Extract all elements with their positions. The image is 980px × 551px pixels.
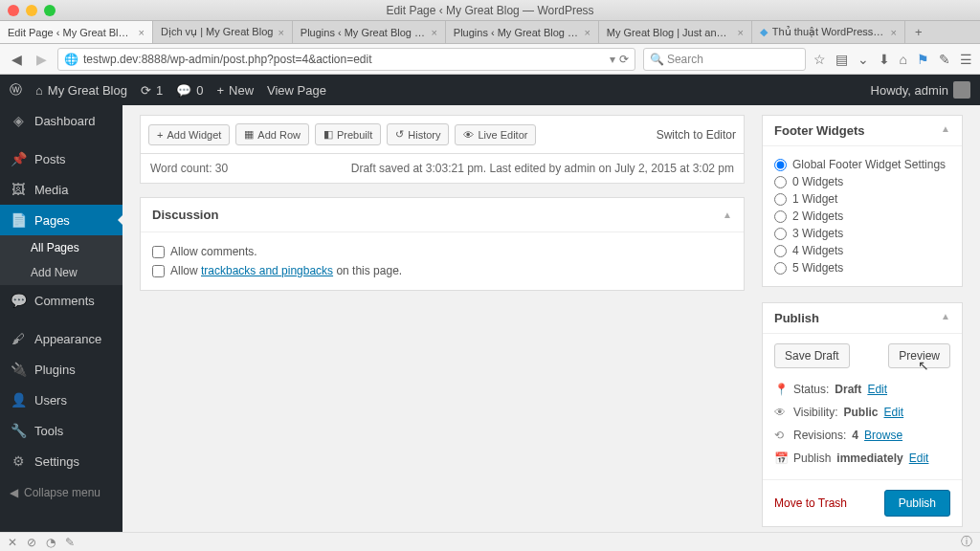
- sidebar-item-tools[interactable]: 🔧Tools: [0, 415, 122, 446]
- preview-button[interactable]: Preview↖: [888, 343, 950, 368]
- fw-radio-0[interactable]: [774, 176, 787, 188]
- wp-logo[interactable]: ⓦ: [10, 81, 22, 99]
- close-tab-icon[interactable]: ×: [890, 27, 896, 38]
- download-icon[interactable]: ⬇: [879, 52, 890, 67]
- sidebar-item-comments[interactable]: 💬Comments: [0, 285, 122, 316]
- collapse-icon: ◀: [10, 486, 18, 499]
- new-tab-button[interactable]: +: [905, 21, 932, 43]
- history-button[interactable]: ↺History: [387, 123, 449, 145]
- allow-trackbacks-checkbox[interactable]: [152, 265, 165, 277]
- gear-icon: ⚙: [10, 453, 27, 469]
- fw-radio-2[interactable]: [774, 210, 787, 223]
- chevron-up-icon[interactable]: ▲: [941, 311, 950, 325]
- search-input[interactable]: 🔍 Search: [643, 48, 806, 71]
- switch-editor-link[interactable]: Switch to Editor: [657, 128, 736, 142]
- status-icon[interactable]: ✎: [65, 536, 75, 549]
- browser-tab[interactable]: Dịch vụ | My Great Blog×: [153, 21, 293, 43]
- edit-schedule-link[interactable]: Edit: [909, 452, 929, 465]
- status-icon[interactable]: ⊘: [27, 536, 36, 549]
- browse-revisions-link[interactable]: Browse: [864, 429, 902, 442]
- comment-icon: 💬: [10, 293, 27, 308]
- updates-link[interactable]: ⟳1: [141, 83, 163, 98]
- discussion-head[interactable]: Discussion ▲: [141, 198, 744, 232]
- fw-radio-4[interactable]: [774, 245, 787, 257]
- fw-radio-global[interactable]: [774, 159, 787, 171]
- history-icon: ↺: [395, 128, 404, 141]
- save-draft-button[interactable]: Save Draft: [774, 343, 850, 368]
- word-count: Word count: 30: [150, 162, 228, 175]
- site-name[interactable]: ⌂My Great Blog: [35, 83, 127, 98]
- sidebar-item-media[interactable]: 🖼Media: [0, 174, 122, 205]
- sidebar-item-posts[interactable]: 📌Posts: [0, 143, 122, 174]
- add-widget-button[interactable]: +Add Widget: [148, 124, 230, 145]
- status-icon[interactable]: ✕: [8, 536, 17, 549]
- edit-status-link[interactable]: Edit: [867, 383, 887, 396]
- chevron-up-icon[interactable]: ▲: [723, 209, 732, 220]
- collapse-menu[interactable]: ◀Collapse menu: [0, 476, 122, 509]
- close-tab-icon[interactable]: ×: [584, 27, 590, 38]
- edit-icon[interactable]: ✎: [939, 52, 950, 67]
- browser-status-bar: ✕ ⊘ ◔ ✎ ⓘ: [0, 532, 980, 551]
- plugin-icon: 🔌: [10, 362, 27, 377]
- editor-status-row: Word count: 30 Draft saved at 3:03:21 pm…: [140, 154, 745, 184]
- allow-comments-checkbox[interactable]: [152, 246, 165, 258]
- sidebar-item-settings[interactable]: ⚙Settings: [0, 446, 122, 476]
- dropdown-icon[interactable]: ▾: [610, 53, 615, 66]
- edit-visibility-link[interactable]: Edit: [883, 406, 903, 419]
- prebuilt-button[interactable]: ◧Prebuilt: [315, 123, 381, 145]
- browser-tab[interactable]: My Great Blog | Just another …×: [599, 21, 752, 43]
- chevron-up-icon[interactable]: ▲: [941, 123, 950, 138]
- favicon-icon: ◆: [760, 26, 768, 38]
- info-icon[interactable]: ⓘ: [961, 534, 972, 550]
- sidebar-sub-add-new[interactable]: Add New: [0, 260, 122, 285]
- sidebar-sub-all-pages[interactable]: All Pages: [0, 235, 122, 260]
- close-tab-icon[interactable]: ×: [278, 27, 283, 38]
- trackbacks-link[interactable]: trackbacks and pingbacks: [201, 264, 333, 277]
- howdy-user[interactable]: Howdy, admin: [871, 81, 970, 99]
- status-icon[interactable]: ◔: [46, 536, 56, 549]
- star-icon[interactable]: ☆: [813, 52, 826, 67]
- fw-radio-5[interactable]: [774, 262, 787, 275]
- close-tab-icon[interactable]: ×: [431, 27, 436, 38]
- live-editor-button[interactable]: 👁Live Editor: [455, 124, 536, 145]
- fw-radio-3[interactable]: [774, 228, 787, 240]
- move-to-trash-link[interactable]: Move to Trash: [774, 496, 847, 510]
- close-tab-icon[interactable]: ×: [737, 27, 743, 38]
- footer-widgets-metabox: Footer Widgets▲ Global Footer Widget Set…: [762, 115, 963, 287]
- publish-head[interactable]: Publish▲: [763, 303, 962, 334]
- url-text: testwp.dev:8888/wp-admin/post.php?post=4…: [83, 53, 372, 66]
- publish-metabox: Publish▲ Save Draft Preview↖ 📍Status: Dr…: [762, 302, 963, 527]
- pocket-icon[interactable]: ⌄: [858, 52, 869, 67]
- back-button[interactable]: ◀: [8, 52, 25, 67]
- menu-icon[interactable]: ☰: [960, 52, 972, 67]
- brush-icon: 🖌: [10, 331, 27, 346]
- home-icon[interactable]: ⌂: [900, 52, 907, 67]
- reload-button[interactable]: ⟳: [619, 53, 629, 66]
- sidebar-item-appearance[interactable]: 🖌Appearance: [0, 323, 122, 354]
- url-input[interactable]: 🌐 testwp.dev:8888/wp-admin/post.php?post…: [57, 48, 635, 71]
- add-row-button[interactable]: ▦Add Row: [235, 123, 309, 145]
- calendar-icon: 📅: [774, 452, 788, 465]
- sidebar-item-plugins[interactable]: 🔌Plugins: [0, 354, 122, 385]
- browser-tabs: Edit Page ‹ My Great Blog — …× Dịch vụ |…: [0, 21, 980, 44]
- sidebar-item-users[interactable]: 👤Users: [0, 385, 122, 415]
- revisions-icon: ⟲: [774, 429, 788, 442]
- view-page-link[interactable]: View Page: [267, 83, 326, 98]
- browser-tab[interactable]: Plugins ‹ My Great Blog — Wo…×: [446, 21, 599, 43]
- pin-icon: 📌: [10, 151, 27, 166]
- row-icon: ▦: [244, 128, 254, 141]
- browser-tab[interactable]: Edit Page ‹ My Great Blog — …×: [0, 21, 153, 43]
- close-tab-icon[interactable]: ×: [139, 27, 145, 38]
- browser-tab[interactable]: ◆Thủ thuật WordPress - SE…×: [752, 21, 905, 43]
- list-icon[interactable]: ▤: [835, 52, 848, 67]
- sidebar-item-dashboard[interactable]: ◈Dashboard: [0, 105, 122, 136]
- eye-icon: 👁: [774, 406, 788, 419]
- footer-widgets-head[interactable]: Footer Widgets▲: [763, 116, 962, 146]
- browser-tab[interactable]: Plugins ‹ My Great Blog — Wo…×: [293, 21, 446, 43]
- extension-icon[interactable]: ⚑: [917, 52, 929, 67]
- fw-radio-1[interactable]: [774, 193, 787, 206]
- publish-button[interactable]: Publish: [884, 490, 950, 517]
- new-link[interactable]: +New: [216, 83, 254, 98]
- comments-link[interactable]: 💬0: [176, 83, 203, 98]
- sidebar-item-pages[interactable]: 📄Pages: [0, 205, 122, 235]
